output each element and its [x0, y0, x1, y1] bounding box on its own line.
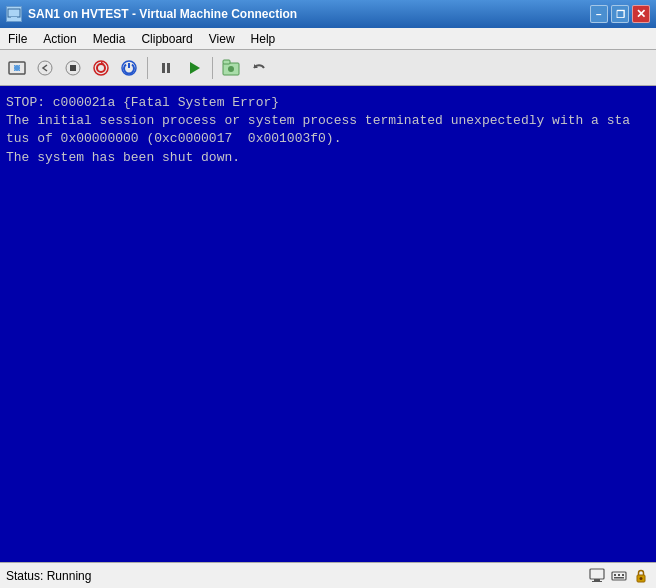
title-bar: SAN1 on HVTEST - Virtual Machine Connect…	[0, 0, 656, 28]
resume-icon	[185, 59, 203, 77]
bsod-line2: The initial session process or system pr…	[6, 112, 650, 130]
svg-rect-25	[614, 577, 624, 579]
resume-button[interactable]	[181, 55, 207, 81]
menu-file[interactable]: File	[0, 28, 35, 49]
title-bar-left: SAN1 on HVTEST - Virtual Machine Connect…	[6, 6, 297, 22]
toolbar-separator-1	[147, 57, 148, 79]
status-icons	[588, 567, 650, 585]
snapshot-button[interactable]	[218, 55, 244, 81]
monitor-status-icon	[588, 567, 606, 585]
stop-icon	[64, 59, 82, 77]
app-icon	[6, 6, 22, 22]
menu-media[interactable]: Media	[85, 28, 134, 49]
ctrlaltdel-button[interactable]	[4, 55, 30, 81]
power-icon	[120, 59, 138, 77]
reset-icon	[92, 59, 110, 77]
bsod-line1: STOP: c000021a {Fatal System Error}	[6, 94, 650, 112]
svg-rect-24	[622, 574, 624, 576]
undo-button[interactable]	[246, 55, 272, 81]
svg-point-16	[228, 66, 234, 72]
menu-view[interactable]: View	[201, 28, 243, 49]
svg-rect-22	[614, 574, 616, 576]
minimize-button[interactable]: −	[590, 5, 608, 23]
reset-button[interactable]	[88, 55, 114, 81]
toolbar-separator-2	[212, 57, 213, 79]
svg-rect-18	[590, 569, 604, 579]
svg-point-5	[38, 61, 52, 75]
power-button[interactable]	[116, 55, 142, 81]
title-bar-title: SAN1 on HVTEST - Virtual Machine Connect…	[28, 7, 297, 21]
bsod-line4: The system has been shut down.	[6, 149, 650, 167]
svg-rect-19	[594, 579, 600, 581]
svg-rect-1	[11, 17, 17, 19]
bsod-line3: tus of 0x00000000 (0xc0000017 0x001003f0…	[6, 130, 650, 148]
restore-button[interactable]: ❐	[611, 5, 629, 23]
menu-help[interactable]: Help	[243, 28, 284, 49]
menu-action[interactable]: Action	[35, 28, 84, 49]
toolbar	[0, 50, 656, 86]
svg-rect-12	[167, 63, 170, 73]
status-text: Status: Running	[6, 569, 91, 583]
menu-clipboard[interactable]: Clipboard	[133, 28, 200, 49]
back-button[interactable]	[32, 55, 58, 81]
svg-rect-11	[162, 63, 165, 73]
ctrlaltdel-icon	[7, 58, 27, 78]
pause-button[interactable]	[153, 55, 179, 81]
svg-point-27	[640, 577, 643, 580]
snapshot-icon	[221, 58, 241, 78]
svg-rect-20	[592, 581, 602, 582]
menu-bar: File Action Media Clipboard View Help	[0, 28, 656, 50]
svg-rect-15	[223, 60, 230, 64]
svg-rect-7	[70, 65, 76, 71]
svg-rect-0	[8, 9, 20, 17]
stop-button[interactable]	[60, 55, 86, 81]
bsod-content: STOP: c000021a {Fatal System Error} The …	[0, 86, 656, 175]
keyboard-status-icon	[610, 567, 628, 585]
svg-rect-2	[9, 19, 19, 20]
undo-icon	[250, 59, 268, 77]
bsod-screen[interactable]: STOP: c000021a {Fatal System Error} The …	[0, 86, 656, 562]
svg-rect-23	[618, 574, 620, 576]
close-button[interactable]: ✕	[632, 5, 650, 23]
title-bar-buttons: − ❐ ✕	[590, 5, 650, 23]
status-bar: Status: Running	[0, 562, 656, 588]
back-icon	[36, 59, 54, 77]
pause-icon	[157, 59, 175, 77]
lock-status-icon	[632, 567, 650, 585]
svg-marker-13	[190, 62, 200, 74]
